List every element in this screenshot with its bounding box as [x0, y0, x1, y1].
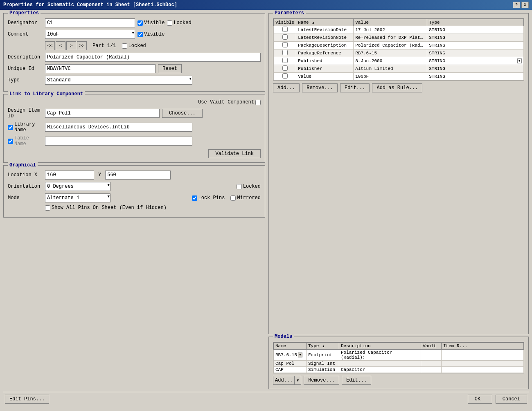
- reset-button[interactable]: Reset: [158, 64, 182, 73]
- models-table: Name Type ▲ Description Vault Item R... …: [273, 342, 524, 373]
- help-button[interactable]: ?: [513, 2, 520, 8]
- params-row[interactable]: Published8-Jun-2000STRING▼: [274, 57, 524, 65]
- params-value-cell: Polarized Capacitor (Radial): [354, 42, 427, 49]
- params-visible-checkbox[interactable]: [282, 50, 288, 55]
- table-name-input[interactable]: [45, 137, 192, 146]
- show-pins-checkbox[interactable]: [45, 205, 50, 211]
- type-label: Type: [8, 77, 43, 83]
- models-row[interactable]: CAPSimulationCapacitor: [274, 367, 524, 373]
- close-button[interactable]: X: [521, 2, 529, 8]
- type-select[interactable]: Standard: [45, 76, 192, 85]
- edit-pins-button[interactable]: Edit Pins...: [5, 395, 49, 404]
- nav-last-button[interactable]: >>: [77, 41, 87, 50]
- params-value-cell: 8-Jun-2000: [354, 57, 427, 65]
- library-name-checkbox[interactable]: [8, 125, 13, 130]
- use-vault-checkbox[interactable]: [255, 100, 261, 105]
- designator-input[interactable]: [45, 18, 135, 27]
- nav-first-button[interactable]: <<: [45, 41, 55, 50]
- table-name-row: Table Name: [8, 135, 261, 147]
- orientation-select[interactable]: 0 Degrees: [45, 182, 110, 191]
- part-locked-label: Locked: [122, 43, 146, 49]
- nav-buttons: << < > >>: [45, 41, 87, 50]
- params-visible-checkbox[interactable]: [282, 34, 288, 40]
- params-row[interactable]: LatestRevisionDate17-Jul-2002STRING: [274, 26, 524, 34]
- library-name-row: Library Name: [8, 121, 261, 133]
- dialog-content: Properties Designator Visible Locked: [0, 10, 532, 409]
- comment-visible-checkbox[interactable]: [138, 32, 143, 37]
- params-row[interactable]: Value100pFSTRING: [274, 73, 524, 81]
- designator-label: Designator: [8, 20, 43, 26]
- models-vault-cell: [421, 361, 442, 367]
- params-type-dropdown[interactable]: ▼: [517, 58, 522, 63]
- params-row[interactable]: PublisherAltium LimitedSTRING: [274, 65, 524, 73]
- models-col-type[interactable]: Type ▲: [307, 343, 339, 350]
- mirrored-label: Mirrored: [230, 195, 261, 201]
- params-name-cell: LatestRevisionNote: [296, 34, 354, 42]
- description-input[interactable]: [45, 53, 261, 62]
- location-y-label: Y: [97, 172, 103, 178]
- design-item-row: Design Item ID Choose...: [8, 108, 261, 119]
- models-row[interactable]: Cap PolSignal Int: [274, 361, 524, 367]
- models-edit-button[interactable]: Edit...: [342, 376, 371, 385]
- params-type-cell: STRING: [427, 49, 524, 57]
- params-type-cell: STRING▼: [427, 57, 524, 65]
- models-col-desc: Description: [339, 343, 421, 350]
- choose-button[interactable]: Choose...: [162, 109, 203, 118]
- params-visible-checkbox[interactable]: [282, 58, 288, 63]
- use-vault-label: Use Vault Component: [198, 99, 261, 105]
- location-y-input[interactable]: [105, 171, 171, 180]
- lock-pins-checkbox[interactable]: [192, 195, 197, 201]
- link-library-group: Link to Library Component Use Vault Comp…: [3, 94, 265, 163]
- designator-visible-checkbox[interactable]: [138, 20, 143, 26]
- comment-select[interactable]: 10uF: [45, 30, 135, 39]
- models-add-button[interactable]: Add...: [273, 376, 295, 385]
- show-pins-row: Show All Pins On Sheet (Even if Hidden): [8, 205, 261, 211]
- params-col-name[interactable]: Name ▲: [296, 19, 354, 26]
- params-add-rule-button[interactable]: Add as Rule...: [372, 83, 422, 92]
- table-name-checkbox-label: Table Name: [8, 135, 43, 147]
- params-visible-checkbox[interactable]: [282, 73, 288, 79]
- parameters-table-scroll[interactable]: Visible Name ▲ Value Type LatestRevision…: [273, 18, 524, 81]
- models-table-scroll[interactable]: Name Type ▲ Description Vault Item R... …: [273, 342, 524, 373]
- params-btn-row: Add... Remove... Edit... Add as Rule...: [273, 83, 524, 92]
- nav-next-button[interactable]: >: [66, 41, 76, 50]
- designator-row: Designator Visible Locked: [8, 18, 261, 27]
- right-panel: Parameters Visible Name ▲ Value Type: [268, 13, 529, 389]
- params-type-cell: STRING: [427, 34, 524, 42]
- params-visible-checkbox[interactable]: [282, 27, 288, 32]
- nav-prev-button[interactable]: <: [56, 41, 65, 50]
- mirrored-checkbox[interactable]: [230, 195, 236, 201]
- params-visible-checkbox[interactable]: [282, 65, 288, 71]
- library-name-checkbox-label: Library Name: [8, 121, 43, 133]
- params-row[interactable]: PackageDescriptionPolarized Capacitor (R…: [274, 42, 524, 49]
- cancel-button[interactable]: Cancel: [496, 395, 527, 404]
- table-name-checkbox[interactable]: [8, 139, 13, 144]
- params-add-button[interactable]: Add...: [273, 83, 300, 92]
- ok-button[interactable]: OK: [468, 395, 492, 404]
- part-locked-checkbox[interactable]: [122, 43, 127, 49]
- params-row[interactable]: PackageReferenceRB7.6-15STRING: [274, 49, 524, 57]
- models-name-dropdown[interactable]: ▼: [298, 353, 302, 357]
- location-x-input[interactable]: [45, 171, 94, 180]
- models-remove-button[interactable]: Remove...: [304, 376, 339, 385]
- models-itemr-cell: [442, 350, 524, 361]
- designator-locked-checkbox[interactable]: [167, 20, 172, 26]
- type-row: Type Standard: [8, 76, 261, 85]
- params-edit-button[interactable]: Edit...: [340, 83, 370, 92]
- design-item-input[interactable]: [45, 109, 160, 118]
- params-visible-checkbox[interactable]: [282, 42, 288, 47]
- validate-link-button[interactable]: Validate Link: [208, 149, 261, 158]
- unique-id-input[interactable]: [45, 64, 156, 73]
- params-name-cell: LatestRevisionDate: [296, 26, 354, 34]
- orientation-locked-checkbox[interactable]: [237, 184, 242, 189]
- models-add-dropdown-arrow[interactable]: ▼: [295, 376, 301, 385]
- mode-select[interactable]: Alternate 1: [45, 193, 110, 202]
- models-add-dropdown: Add... ▼: [273, 376, 301, 385]
- properties-title: Properties: [8, 10, 41, 16]
- models-row[interactable]: RB7.6-15▼FootprintPolarized Capacitor (R…: [274, 350, 524, 361]
- params-row[interactable]: LatestRevisionNoteRe-released for DXP Pl…: [274, 34, 524, 42]
- params-remove-button[interactable]: Remove...: [302, 83, 338, 92]
- description-label: Description: [8, 54, 43, 60]
- library-name-input[interactable]: [45, 123, 192, 132]
- left-panel: Properties Designator Visible Locked: [3, 13, 265, 389]
